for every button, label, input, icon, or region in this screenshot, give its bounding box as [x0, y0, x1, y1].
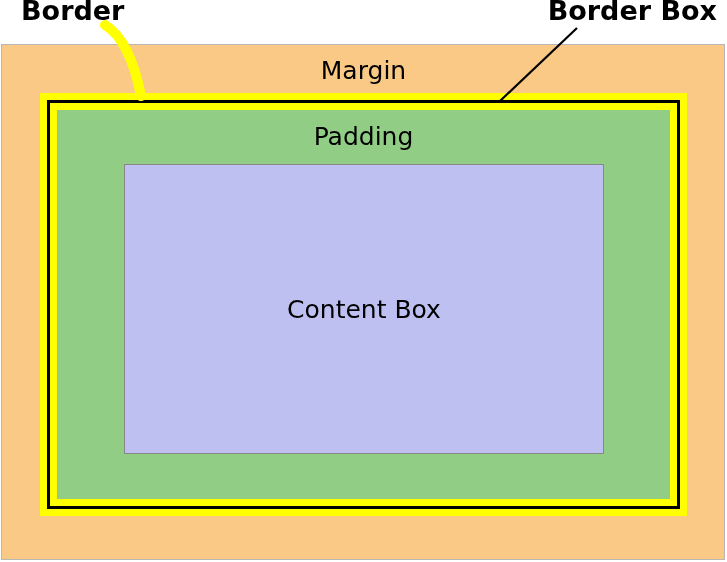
content-box-label: Content Box	[287, 295, 441, 324]
padding-label: Padding	[0, 122, 727, 151]
content-box-area: Content Box	[124, 164, 604, 454]
margin-label: Margin	[0, 56, 727, 85]
border-callout-label: Border	[21, 0, 124, 26]
border-box-callout-label: Border Box	[548, 0, 717, 26]
